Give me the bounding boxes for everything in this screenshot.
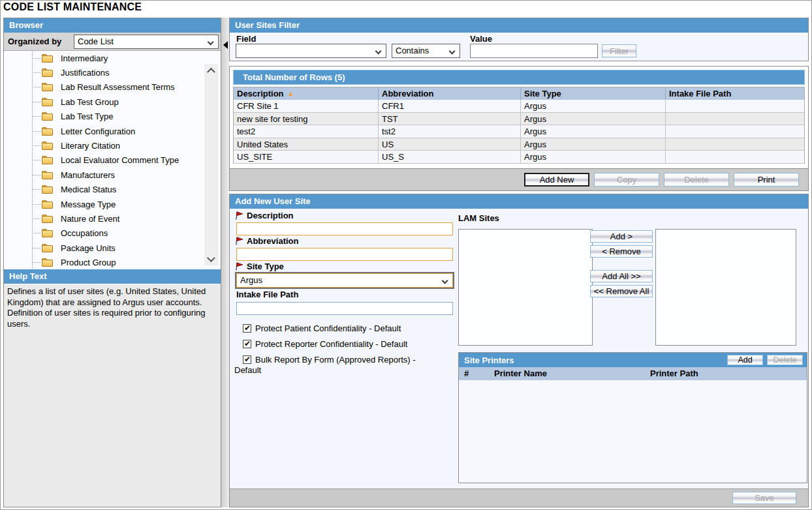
abbreviation-label: Abbreviation bbox=[235, 236, 298, 246]
lam-remove-all-button[interactable]: << Remove All bbox=[590, 285, 653, 297]
scroll-down-icon[interactable] bbox=[204, 251, 218, 264]
tree-item[interactable]: Lab Result Assessment Terms bbox=[4, 80, 202, 95]
printer-delete-button[interactable]: Delete bbox=[767, 355, 803, 365]
printer-add-button[interactable]: Add bbox=[727, 355, 763, 365]
field-select[interactable] bbox=[236, 44, 386, 58]
tree-item[interactable]: Literary Citation bbox=[4, 138, 202, 153]
code-list-tree: Intermediary Justifications bbox=[4, 51, 202, 269]
lam-add-all-button[interactable]: Add All >> bbox=[590, 270, 653, 282]
column-header-site-type[interactable]: Site Type bbox=[521, 87, 666, 100]
checkbox-label: Protect Reporter Confidentiality - Defau… bbox=[255, 339, 407, 349]
checkbox[interactable] bbox=[243, 324, 251, 333]
filter-header: User Sites Filter bbox=[230, 18, 808, 33]
checkbox-label: Protect Patient Confidentiality - Defaul… bbox=[255, 323, 401, 333]
tree-item-label: Justifications bbox=[59, 67, 111, 78]
organized-by-select[interactable]: Code List bbox=[74, 35, 219, 49]
delete-button[interactable]: Delete bbox=[664, 173, 729, 187]
field-label: Field bbox=[236, 34, 256, 44]
tree-item-label: Intermediary bbox=[59, 53, 110, 64]
tree-item[interactable]: Nature of Event bbox=[4, 211, 202, 226]
tree-item-label: Message Type bbox=[59, 199, 117, 210]
lam-sites-label: LAM Sites bbox=[458, 213, 499, 223]
checkbox-row[interactable]: Bulk Report By Form (Approved Reports) -… bbox=[234, 355, 435, 376]
folder-icon bbox=[42, 214, 54, 224]
results-table-body: CFR Site 1 CFR1 Argus new site for testi… bbox=[234, 100, 804, 164]
folder-icon bbox=[42, 82, 54, 92]
cell-intake-file-path bbox=[666, 113, 804, 125]
description-input[interactable] bbox=[236, 222, 453, 235]
table-row[interactable]: CFR Site 1 CFR1 Argus bbox=[234, 100, 804, 113]
lam-available-listbox[interactable] bbox=[458, 229, 593, 346]
collapse-panel-icon[interactable] bbox=[223, 41, 228, 49]
results-button-bar: Add New Copy Delete Print bbox=[230, 168, 808, 190]
tree-item[interactable]: Manufacturers bbox=[4, 168, 202, 182]
filter-body: Field Contains Value Filter bbox=[230, 33, 808, 61]
cell-abbreviation: tst2 bbox=[379, 125, 521, 138]
results-table-header: Description ▲ Abbreviation Site Type Int… bbox=[234, 87, 804, 100]
save-button[interactable]: Save bbox=[732, 492, 796, 504]
tree-scrollbar[interactable] bbox=[204, 64, 218, 265]
cell-site-type: Argus bbox=[521, 138, 666, 151]
tree-item-label: Lab Test Group bbox=[59, 97, 121, 108]
checkbox[interactable] bbox=[243, 340, 251, 348]
cell-intake-file-path bbox=[666, 100, 804, 112]
site-printers-body[interactable] bbox=[459, 380, 807, 483]
copy-button[interactable]: Copy bbox=[594, 173, 659, 187]
print-button[interactable]: Print bbox=[734, 173, 799, 187]
tree-connector bbox=[32, 72, 40, 73]
tree-connector bbox=[32, 248, 40, 248]
tree-connector bbox=[32, 116, 40, 117]
folder-icon bbox=[42, 97, 54, 107]
tree-item-label: Manufacturers bbox=[59, 170, 117, 181]
checkbox[interactable] bbox=[243, 355, 251, 364]
spacer bbox=[590, 260, 653, 267]
table-row[interactable]: US_SITE US_S Argus bbox=[234, 151, 804, 164]
intake-file-path-label: Intake File Path bbox=[236, 290, 298, 299]
tree-item[interactable]: Intermediary bbox=[4, 51, 202, 65]
abbreviation-input[interactable] bbox=[236, 248, 453, 261]
checkbox-row[interactable]: Protect Patient Confidentiality - Defaul… bbox=[234, 323, 435, 334]
tree-item[interactable]: Local Evaluator Comment Type bbox=[4, 153, 202, 168]
organized-by-row: Organized by Code List bbox=[4, 33, 221, 51]
site-type-select[interactable]: Argus bbox=[236, 273, 453, 288]
lam-add-button[interactable]: Add > bbox=[590, 230, 653, 243]
tree-item-label: Lab Test Type bbox=[59, 111, 115, 122]
tree-item[interactable]: Justifications bbox=[4, 65, 202, 80]
folder-icon bbox=[42, 185, 54, 194]
chevron-down-icon bbox=[448, 48, 455, 55]
filter-button[interactable]: Filter bbox=[602, 44, 636, 57]
tree-item[interactable]: Medical Status bbox=[4, 183, 202, 197]
value-input[interactable] bbox=[470, 44, 598, 58]
tree-item[interactable]: Lab Test Type bbox=[4, 110, 202, 124]
required-flag-icon bbox=[234, 236, 243, 246]
tree-item[interactable]: Product Group bbox=[4, 255, 202, 269]
scroll-up-icon[interactable] bbox=[204, 65, 218, 78]
folder-icon bbox=[42, 243, 54, 253]
checkbox-row[interactable]: Protect Reporter Confidentiality - Defau… bbox=[234, 339, 435, 350]
operator-select[interactable]: Contains bbox=[392, 44, 460, 58]
cell-description: CFR Site 1 bbox=[234, 100, 379, 112]
tree-item[interactable]: Occupations bbox=[4, 226, 202, 241]
site-type-label: Site Type bbox=[235, 262, 284, 271]
site-printers-header: Site Printers Add Delete bbox=[459, 353, 807, 367]
panel-divider[interactable] bbox=[221, 18, 229, 507]
add-new-button[interactable]: Add New bbox=[524, 173, 589, 187]
column-header-abbreviation[interactable]: Abbreviation bbox=[379, 87, 521, 100]
folder-icon bbox=[42, 127, 54, 136]
column-header-description[interactable]: Description ▲ bbox=[234, 87, 379, 100]
tree-item[interactable]: Lab Test Group bbox=[4, 95, 202, 109]
table-row[interactable]: test2 tst2 Argus bbox=[234, 125, 804, 138]
table-row[interactable]: new site for testing TST Argus bbox=[234, 113, 804, 126]
column-header-intake-file-path[interactable]: Intake File Path bbox=[666, 87, 804, 100]
tree-item[interactable]: Letter Configuration bbox=[4, 124, 202, 138]
site-printers-panel: Site Printers Add Delete # Printer Name … bbox=[458, 352, 807, 483]
tree-item[interactable]: Message Type bbox=[4, 197, 202, 211]
results-table: Description ▲ Abbreviation Site Type Int… bbox=[233, 87, 805, 164]
table-row[interactable]: United States US Argus bbox=[234, 138, 804, 151]
lam-remove-button[interactable]: < Remove bbox=[590, 245, 653, 258]
tree-item[interactable]: Package Units bbox=[4, 241, 202, 255]
lam-assigned-listbox[interactable] bbox=[655, 229, 796, 346]
cell-description: US_SITE bbox=[234, 151, 379, 163]
tree-connector bbox=[32, 233, 40, 233]
intake-file-path-input[interactable] bbox=[236, 302, 453, 315]
